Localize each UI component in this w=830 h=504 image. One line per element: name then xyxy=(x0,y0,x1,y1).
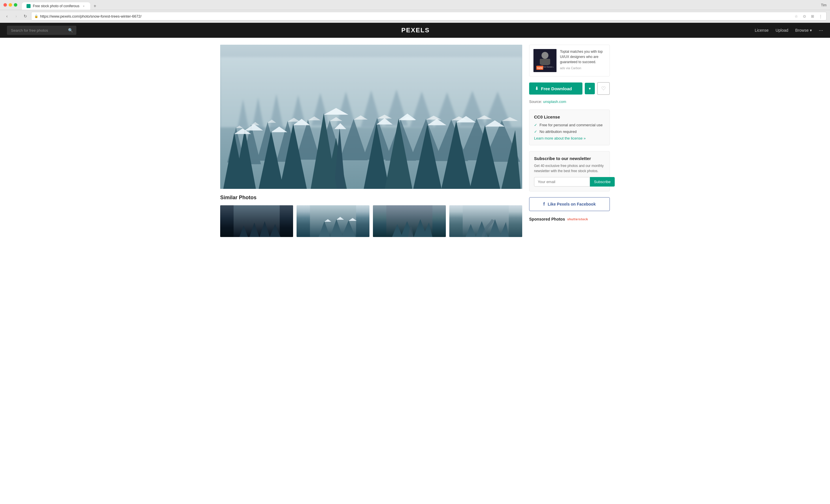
browser-chrome: Free stock photo of coniferous × + Tim ‹… xyxy=(0,0,830,23)
forward-btn[interactable]: › xyxy=(13,13,20,20)
site-header: 🔍 PEXELS License Upload Browse ▾ ··· xyxy=(0,23,830,38)
similar-photo-1[interactable] xyxy=(220,205,293,237)
shutterstock-logo: shutterstock xyxy=(567,218,588,221)
download-section: ⬇ Free Download ▾ ♡ xyxy=(529,82,610,95)
svg-rect-91 xyxy=(541,59,549,65)
main-photo[interactable] xyxy=(220,45,522,189)
back-btn[interactable]: ‹ xyxy=(3,13,10,20)
tab-favicon xyxy=(27,4,31,8)
svg-point-90 xyxy=(542,52,548,59)
photo-section: Similar Photos xyxy=(220,45,522,237)
newsletter-title: Subscribe to our newsletter xyxy=(534,156,605,161)
similar-title: Similar Photos xyxy=(220,195,522,201)
free-download-button[interactable]: ⬇ Free Download xyxy=(529,83,582,95)
similar-photo-2[interactable] xyxy=(296,205,370,237)
reload-btn[interactable]: ↻ xyxy=(22,13,29,20)
download-dropdown-btn[interactable]: ▾ xyxy=(585,83,595,94)
newsletter-email-input[interactable] xyxy=(534,177,590,187)
source-link[interactable]: unsplash.com xyxy=(543,99,566,104)
license-item-2: ✓ No attribution required xyxy=(534,129,605,134)
facebook-icon: f xyxy=(543,201,545,207)
bookmark-icon[interactable]: ☆ xyxy=(793,13,799,19)
license-title: CC0 License xyxy=(534,115,605,119)
ad-via: ads via Carbon xyxy=(560,66,606,70)
new-tab-btn[interactable]: + xyxy=(91,3,98,9)
tab-title: Free stock photo of coniferous xyxy=(33,4,79,8)
svg-rect-92 xyxy=(540,59,542,65)
address-action-icons: ☆ ⊙ ⊞ ⋮ xyxy=(793,13,823,19)
tab-close-btn[interactable]: × xyxy=(82,4,86,8)
newsletter-description: Get 40 exclusive free photos and our mon… xyxy=(534,163,605,174)
license-text-2: No attribution required xyxy=(540,129,577,134)
similar-photo-4[interactable] xyxy=(449,205,522,237)
check-icon-1: ✓ xyxy=(534,123,537,127)
license-nav-link[interactable]: License xyxy=(755,28,769,33)
similar-section: Similar Photos xyxy=(220,195,522,237)
browser-minimize-btn[interactable] xyxy=(9,3,12,7)
svg-rect-93 xyxy=(548,59,550,65)
address-bar: ‹ › ↻ 🔒 ☆ ⊙ ⊞ ⋮ xyxy=(0,10,830,23)
site-nav: License Upload Browse ▾ ··· xyxy=(755,27,823,33)
check-icon-2: ✓ xyxy=(534,129,537,134)
browse-chevron-icon: ▾ xyxy=(810,28,812,33)
svg-text:Get Started »: Get Started » xyxy=(543,66,554,68)
similar-photo-3[interactable] xyxy=(373,205,446,237)
ad-block: toptal Get Started » Toptal matches you … xyxy=(529,45,610,76)
sponsored-section: Sponsored Photos shutterstock xyxy=(529,217,610,221)
ad-content: Toptal matches you with top UI/UX design… xyxy=(560,49,606,72)
similar-grid xyxy=(220,205,522,237)
browser-maximize-btn[interactable] xyxy=(14,3,17,7)
facebook-like-button[interactable]: f Like Pexels on Facebook xyxy=(529,197,610,211)
subscribe-button[interactable]: Subscribe xyxy=(590,177,615,187)
main-content: Similar Photos xyxy=(213,38,617,244)
sponsored-title-text: Sponsored Photos xyxy=(529,217,565,221)
address-input[interactable] xyxy=(40,14,792,19)
address-input-wrap: 🔒 ☆ ⊙ ⊞ ⋮ xyxy=(31,12,827,21)
more-menu-btn[interactable]: ··· xyxy=(819,27,823,33)
extensions-icon[interactable]: ⊞ xyxy=(809,13,815,19)
ssl-lock-icon: 🔒 xyxy=(34,14,38,18)
license-text-1: Free for personal and commercial use xyxy=(540,123,603,127)
svg-text:toptal: toptal xyxy=(537,67,542,69)
download-icon: ⬇ xyxy=(535,86,539,91)
learn-more-link[interactable]: Learn more about the license » xyxy=(534,136,605,140)
site-logo: PEXELS xyxy=(82,27,749,34)
browser-tab[interactable]: Free stock photo of coniferous × xyxy=(22,2,90,10)
search-wrap: 🔍 xyxy=(7,26,76,35)
browse-nav-link[interactable]: Browse ▾ xyxy=(795,28,812,33)
upload-nav-link[interactable]: Upload xyxy=(775,28,788,33)
camera-icon[interactable]: ⊙ xyxy=(801,13,807,19)
newsletter-block: Subscribe to our newsletter Get 40 exclu… xyxy=(529,151,610,191)
search-input[interactable] xyxy=(7,26,65,35)
ad-text: Toptal matches you with top UI/UX design… xyxy=(560,49,606,65)
newsletter-form: Subscribe xyxy=(534,177,605,187)
ad-image: toptal Get Started » xyxy=(534,49,556,72)
search-button[interactable]: 🔍 xyxy=(65,26,76,35)
browser-user: Tim xyxy=(821,3,827,9)
sidebar: toptal Get Started » Toptal matches you … xyxy=(529,45,610,237)
license-block: CC0 License ✓ Free for personal and comm… xyxy=(529,109,610,145)
browser-close-btn[interactable] xyxy=(3,3,7,7)
facebook-label: Like Pexels on Facebook xyxy=(548,202,596,207)
favorite-button[interactable]: ♡ xyxy=(597,82,610,95)
menu-icon[interactable]: ⋮ xyxy=(818,13,823,19)
license-item-1: ✓ Free for personal and commercial use xyxy=(534,123,605,127)
source-text: Source: unsplash.com xyxy=(529,99,610,104)
